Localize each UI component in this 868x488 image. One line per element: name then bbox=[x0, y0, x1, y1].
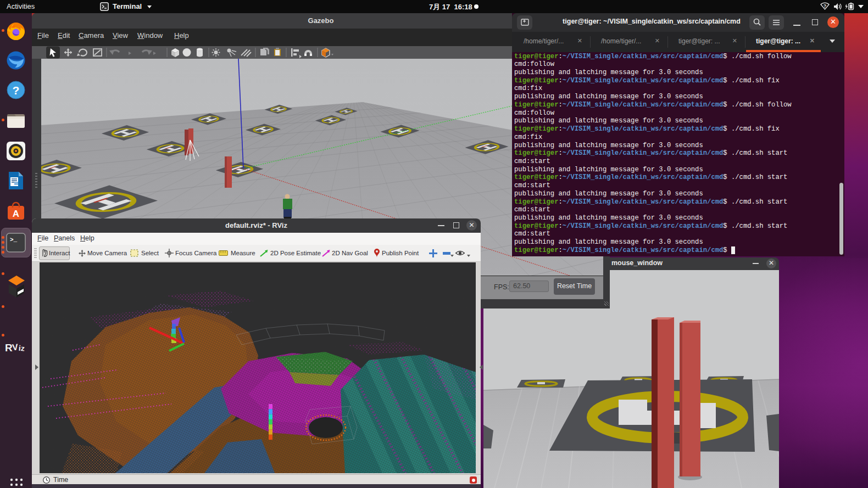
svg-text:V: V bbox=[12, 343, 19, 352]
svg-text:>_: >_ bbox=[10, 237, 18, 243]
svg-text:?: ? bbox=[824, 3, 827, 9]
svg-text:?: ? bbox=[13, 84, 20, 97]
svg-text:iz: iz bbox=[18, 344, 25, 353]
svg-text:A: A bbox=[13, 209, 19, 219]
